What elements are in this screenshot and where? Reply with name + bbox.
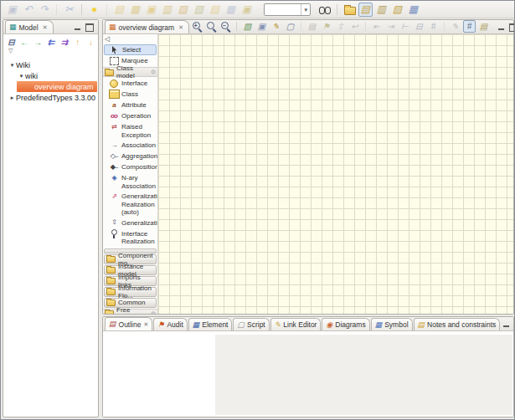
palette-collapse-arrow-icon[interactable]: ◁	[103, 35, 157, 44]
palette-tool-operation[interactable]: oo Operation	[103, 110, 157, 121]
back-icon[interactable]: ←	[18, 36, 31, 48]
tab-link-editor[interactable]: ✎ Link Editor	[270, 318, 322, 330]
tab-outline[interactable]: ▤ Outline ✕	[105, 317, 152, 330]
return-icon[interactable]: ↩	[348, 20, 361, 33]
create-datatype-icon[interactable]: ▥	[160, 3, 174, 17]
attribute-icon: a	[108, 100, 120, 110]
next-related-icon[interactable]: ⇉	[58, 36, 70, 48]
palette-tool-nary-association[interactable]: ◈ N-ary Association	[103, 172, 157, 191]
undo-icon[interactable]: ↶	[21, 3, 35, 17]
tree-item-overview-diagram[interactable]: overview diagram	[17, 81, 97, 92]
palette-tool-association[interactable]: → Association	[103, 140, 157, 151]
tree-expand-icon[interactable]: ▾	[8, 62, 16, 69]
quick-search-combo[interactable]: ▾	[264, 3, 311, 16]
link-with-editor-icon[interactable]: ▤	[358, 3, 373, 17]
palette-item-label: Association	[121, 141, 156, 150]
arrow-up-icon[interactable]: ⇧	[334, 20, 347, 33]
palette-tool-generalization-realization-auto[interactable]: ⇗ Generalizatio... Realization (auto)	[103, 191, 157, 218]
tree-item-wiki-package[interactable]: ▾ wiki	[3, 70, 98, 81]
flag-icon[interactable]: ⚑	[320, 20, 332, 33]
tree-item-label: PredefinedTypes 3.3.00	[16, 94, 95, 102]
move-up-icon[interactable]: ↑	[71, 36, 84, 48]
tab-symbol[interactable]: ▦ Symbol	[371, 318, 413, 330]
align-left-icon[interactable]: ⊢	[399, 20, 411, 33]
palette-tool-aggregation[interactable]: ◇– Aggregation	[103, 151, 157, 161]
create-diagram-icon[interactable]: ▣	[239, 3, 254, 17]
forward-icon[interactable]: →	[32, 36, 44, 48]
tab-notes[interactable]: ▤ Notes and constraints	[414, 318, 501, 330]
new-browser-icon[interactable]: ▧	[390, 3, 404, 17]
bottom-tab-label: Audit	[167, 320, 183, 329]
print-icon[interactable]: ▤	[306, 20, 318, 33]
search-binoculars-icon[interactable]	[317, 3, 332, 17]
create-interface-icon[interactable]: ▣	[144, 3, 158, 17]
view-menu-chevron-icon[interactable]: ▽	[3, 48, 98, 57]
open-folder-icon[interactable]	[342, 3, 357, 17]
step-left-icon[interactable]: ⇤	[370, 20, 383, 33]
layers-icon[interactable]: ▤	[477, 20, 490, 33]
tree-expand-icon[interactable]: ▸	[8, 95, 16, 101]
zoom-in-icon[interactable]: +	[191, 20, 203, 33]
save-diagram-icon[interactable]: ▣	[255, 20, 268, 33]
palette-pin-icon[interactable]: ⊙	[151, 310, 156, 315]
palette-tool-attribute[interactable]: a Attribute	[103, 100, 157, 110]
tree-item-predefined-types[interactable]: ▸ PredefinedTypes 3.3.00	[3, 92, 98, 103]
tab-overview-diagram[interactable]: ▦ overview diagram ✕	[105, 20, 189, 33]
create-class-icon[interactable]: ▦	[128, 3, 142, 17]
previous-related-icon[interactable]: ⇇	[45, 36, 58, 48]
tab-audit[interactable]: ⚑ Audit	[153, 318, 187, 330]
minimize-button[interactable]	[72, 23, 82, 32]
page-layout-icon[interactable]: ▢	[284, 20, 296, 33]
diagram-editor-panel: ▦ overview diagram ✕ +−▧▣✎▢▤⚑⇧↩⇤⇥⊢⊟#✎#▤ …	[102, 19, 514, 315]
distribute-icon[interactable]: ⊟	[413, 20, 425, 33]
related-elements-icon[interactable]: ▥	[374, 3, 389, 17]
create-component-icon[interactable]: ▧	[192, 3, 206, 17]
palette-section-class-model[interactable]: Class model ⊙	[103, 67, 157, 77]
minimize-button[interactable]	[496, 23, 506, 32]
lightbulb-icon[interactable]: ●	[87, 3, 101, 17]
palette-tool-interface-realization[interactable]: Interface Realization	[103, 228, 157, 247]
tree-expand-icon[interactable]: ▾	[18, 73, 25, 79]
collapse-all-icon[interactable]: ⊟	[5, 36, 18, 48]
tab-script[interactable]: ▢ Script	[233, 318, 269, 330]
redo-icon[interactable]: ↷	[37, 3, 51, 17]
palette-tool-interface[interactable]: Interface	[103, 78, 157, 89]
create-actor-icon[interactable]: ▤	[208, 3, 222, 17]
palette-tool-composition[interactable]: ◆– Composition	[103, 161, 157, 172]
snap-to-grid-icon[interactable]: #	[463, 20, 476, 33]
palette-pin-icon[interactable]: ⊙	[151, 69, 156, 75]
close-icon[interactable]: ✕	[178, 24, 183, 31]
tab-diagrams[interactable]: ◉ Diagrams	[322, 318, 369, 330]
maximize-button[interactable]	[508, 23, 515, 32]
create-usecase-icon[interactable]: ▦	[224, 3, 238, 17]
palette-tool-generalization[interactable]: ⇧ Generalization	[103, 218, 157, 228]
format-pencil-icon[interactable]: ✎	[449, 20, 461, 33]
close-icon[interactable]: ✕	[43, 24, 48, 31]
create-package-icon[interactable]: ▤	[112, 3, 126, 17]
palette-tool-raised-exception[interactable]: ⇄ Raised Exception	[103, 121, 157, 140]
palette-item-label: Generalization	[121, 218, 158, 228]
table-view-icon[interactable]: ▦	[406, 3, 420, 17]
tree-item-wiki-project[interactable]: ▾ Wiki	[3, 59, 98, 70]
grid-icon[interactable]: #	[427, 20, 440, 33]
tab-model[interactable]: ▦ Model ✕	[5, 20, 54, 33]
palette-tool-class[interactable]: Class	[103, 89, 157, 100]
export-image-icon[interactable]: ▧	[241, 20, 254, 33]
cut-icon[interactable]: ✂	[62, 3, 76, 17]
maximize-button[interactable]	[85, 23, 95, 32]
edit-properties-icon[interactable]: ✎	[270, 20, 282, 33]
move-down-icon[interactable]: ↓	[85, 36, 97, 48]
tab-element[interactable]: ▦ Element	[188, 318, 233, 330]
palette-section-information-flows[interactable]: Information Flo...	[104, 287, 157, 297]
save-icon[interactable]: ▣	[5, 3, 19, 17]
palette-tool-select[interactable]: Select	[104, 44, 157, 55]
outline-icon: ▤	[109, 320, 116, 328]
minimize-button[interactable]	[501, 320, 511, 329]
zoom-out-icon[interactable]: −	[219, 20, 232, 33]
palette-section-free-drawing[interactable]: Free drawing ⊙	[103, 309, 157, 315]
create-enumeration-icon[interactable]: ▨	[176, 3, 190, 17]
step-right-icon[interactable]: ⇥	[384, 20, 397, 33]
diagram-canvas[interactable]	[158, 34, 513, 314]
close-icon[interactable]: ✕	[143, 321, 148, 328]
zoom-fit-icon[interactable]	[205, 20, 218, 33]
